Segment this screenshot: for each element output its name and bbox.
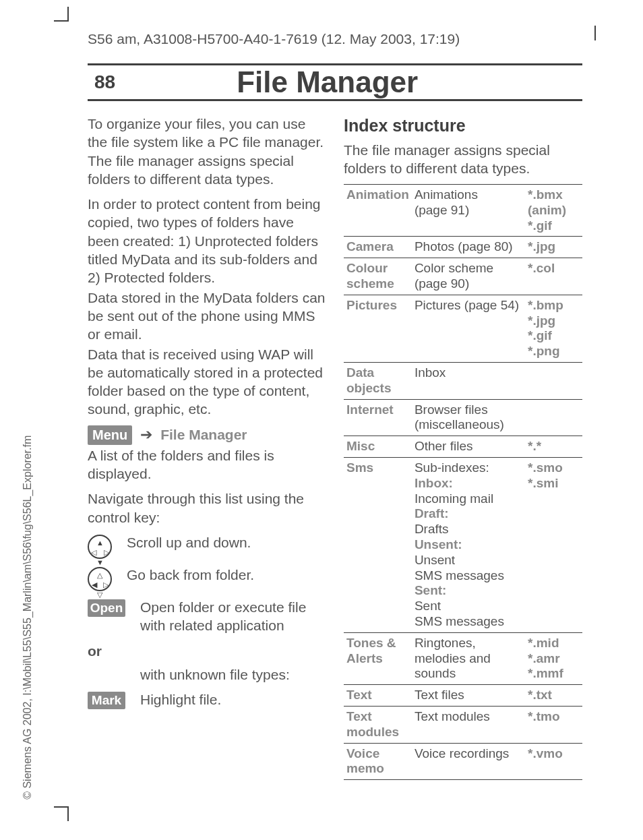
table-cell-desc: Browser files(miscellaneous) — [412, 399, 525, 436]
table-cell-type: Tones & Alerts — [344, 632, 412, 684]
table-cell-desc: Sub-indexes:Inbox:Incoming mailDraft:Dra… — [412, 458, 525, 633]
table-cell-desc: Other files — [412, 436, 525, 458]
crop-mark — [67, 806, 69, 821]
table-cell-desc: Text files — [412, 685, 525, 707]
paragraph: A list of the folders and files is displ… — [88, 446, 326, 483]
right-column: Index structure The file manager assigns… — [344, 115, 582, 806]
control-desc: Go back from folder. — [127, 566, 254, 584]
table-row: Text modulesText modules*.tmo — [344, 707, 582, 744]
section-heading: Index structure — [344, 115, 582, 137]
open-softkey: Open — [88, 599, 125, 617]
content-area: To organize your files, you can use the … — [88, 115, 582, 806]
table-row: AnimationAnimations(page 91)*.bmx(anim)*… — [344, 185, 582, 237]
crop-mark — [54, 20, 69, 22]
paragraph: Data stored in the MyData folders can be… — [88, 289, 326, 344]
control-row: Open Open folder or execute file with re… — [88, 598, 326, 635]
page-title: File Manager — [237, 63, 418, 101]
table-row: Data objectsInbox — [344, 363, 582, 400]
crop-mark — [594, 26, 596, 40]
control-desc: Open folder or execute file with related… — [140, 598, 326, 635]
table-cell-type: Internet — [344, 399, 412, 436]
arrow-icon: ➔ — [136, 426, 156, 443]
control-row: with unknown file types: — [88, 665, 326, 684]
table-cell-ext: *.bmp*.jpg*.gif*.png — [525, 295, 582, 362]
index-table: AnimationAnimations(page 91)*.bmx(anim)*… — [344, 184, 582, 780]
page-number: 88 — [94, 70, 115, 94]
table-row: SmsSub-indexes:Inbox:Incoming mailDraft:… — [344, 458, 582, 633]
paragraph: To organize your files, you can use the … — [88, 115, 326, 188]
table-row: Tones & AlertsRingtones, melodies and so… — [344, 632, 582, 684]
table-row: Voice memoVoice recordings*.vmo — [344, 743, 582, 780]
table-cell-type: Animation — [344, 185, 412, 237]
table-cell-ext: *.tmo — [525, 707, 582, 744]
nav-key-left-icon: △ ◀▷ ▽ — [88, 567, 112, 591]
copyright-sidebar: © Siemens AG 2002, I:\Mobil\L55\S55_Marl… — [21, 436, 35, 800]
crop-mark — [54, 806, 69, 808]
table-cell-desc: Photos (page 80) — [412, 237, 525, 258]
table-cell-desc: Pictures (page 54) — [412, 295, 525, 362]
paragraph: In order to protect content from being c… — [88, 195, 326, 287]
paragraph: Navigate through this list using the con… — [88, 489, 326, 527]
table-cell-type: Misc — [344, 436, 412, 458]
table-cell-desc: Ringtones, melodies and sounds — [412, 632, 525, 684]
table-row: InternetBrowser files(miscellaneous) — [344, 399, 582, 436]
control-row: Mark Highlight file. — [88, 690, 326, 709]
control-row: △ ◀▷ ▽ Go back from folder. — [88, 566, 326, 591]
control-desc: Highlight file. — [140, 690, 221, 709]
table-row: MiscOther files*.* — [344, 436, 582, 458]
table-cell-type: Text modules — [344, 707, 412, 744]
table-cell-type: Sms — [344, 458, 412, 633]
control-desc: with unknown file types: — [140, 665, 290, 684]
table-cell-ext: *.col — [525, 258, 582, 295]
table-row: CameraPhotos (page 80)*.jpg — [344, 237, 582, 258]
table-cell-ext: *.mid*.amr*.mmf — [525, 632, 582, 684]
table-cell-desc: Text modules — [412, 707, 525, 744]
paragraph: The file manager assigns special folders… — [344, 141, 582, 178]
table-cell-type: Colour scheme — [344, 258, 412, 295]
nav-key-updown-icon: ▲ ◁▷ ▼ — [88, 535, 112, 559]
control-desc: Scroll up and down. — [127, 533, 251, 551]
table-cell-type: Data objects — [344, 363, 412, 400]
table-cell-ext: *.bmx(anim)*.gif — [525, 185, 582, 237]
table-row: Colour schemeColor scheme(page 90)*.col — [344, 258, 582, 295]
mark-softkey: Mark — [88, 692, 125, 709]
table-row: PicturesPictures (page 54)*.bmp*.jpg*.gi… — [344, 295, 582, 362]
table-cell-ext: *.txt — [525, 685, 582, 707]
table-cell-desc: Animations(page 91) — [412, 185, 525, 237]
control-row: ▲ ◁▷ ▼ Scroll up and down. — [88, 533, 326, 559]
crop-mark — [67, 7, 69, 22]
table-row: TextText files*.txt — [344, 685, 582, 707]
menu-target: File Manager — [160, 427, 247, 442]
table-cell-desc: Color scheme(page 90) — [412, 258, 525, 295]
table-cell-desc: Inbox — [412, 363, 525, 400]
left-column: To organize your files, you can use the … — [88, 115, 326, 806]
table-cell-type: Voice memo — [344, 743, 412, 780]
table-cell-ext: *.* — [525, 436, 582, 458]
page-header-band: 88 File Manager — [88, 63, 582, 101]
table-cell-ext — [525, 399, 582, 436]
or-label: or — [88, 642, 326, 660]
table-cell-type: Camera — [344, 237, 412, 258]
menu-softkey: Menu — [88, 425, 132, 445]
table-cell-type: Pictures — [344, 295, 412, 362]
table-cell-type: Text — [344, 685, 412, 707]
paragraph: Data that is received using WAP will be … — [88, 345, 326, 419]
table-cell-ext: *.jpg — [525, 237, 582, 258]
table-cell-ext: *.smo*.smi — [525, 458, 582, 633]
menu-path: Menu ➔ File Manager — [88, 425, 326, 445]
table-cell-desc: Voice recordings — [412, 743, 525, 780]
table-cell-ext: *.vmo — [525, 743, 582, 780]
table-cell-ext — [525, 363, 582, 400]
header-path: S56 am, A31008-H5700-A40-1-7619 (12. May… — [88, 30, 460, 48]
